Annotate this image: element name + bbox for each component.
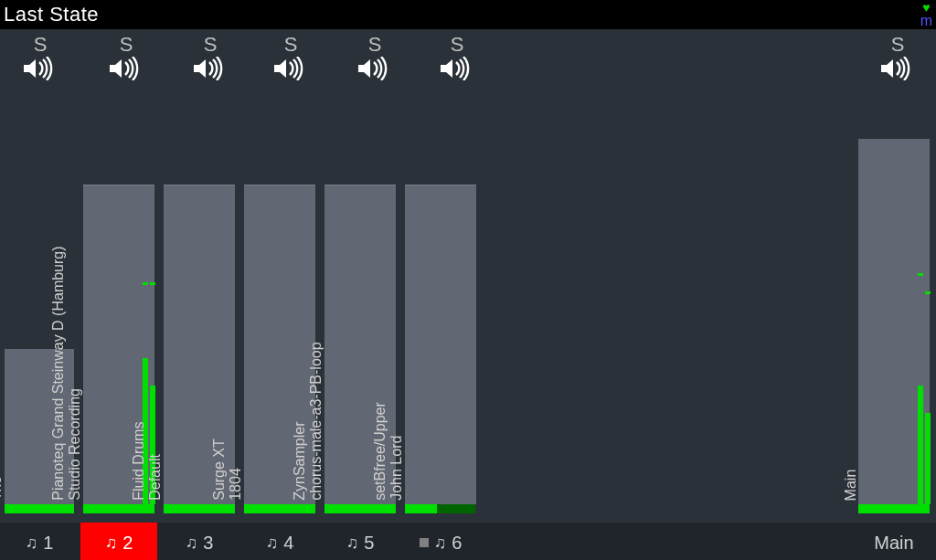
channel-label: setBfree/UpperJohn Lord — [372, 402, 406, 501]
peak-right — [150, 282, 155, 285]
solo-button[interactable]: S — [272, 33, 309, 57]
footer-tab-4[interactable]: ♫4 — [241, 523, 318, 560]
channel-label-line1: ZynSampler — [292, 343, 308, 501]
footer-label: 5 — [364, 533, 374, 554]
solo-row: SSSSSSS — [0, 29, 936, 55]
speaker-icon[interactable] — [272, 57, 303, 84]
footer-tab-6[interactable]: ♫6 — [402, 523, 479, 560]
channel-label-line2: Default — [148, 422, 165, 501]
mixer-area: Raffo SynthTrioPianoteq Grand Steinway D… — [0, 93, 936, 523]
channel-label-line1: Pianoteq Grand Steinway D (Hamburg) — [50, 247, 67, 501]
channel-6[interactable]: setBfree/UpperJohn Lord — [402, 93, 479, 523]
solo-button[interactable]: S — [439, 33, 475, 57]
channel-label-line1: Surge XT — [211, 438, 228, 501]
peak-right — [925, 291, 931, 294]
footer-tab-1[interactable]: ♫1 — [2, 523, 77, 560]
peak-left — [143, 282, 148, 285]
fader-tick — [244, 185, 315, 185]
channel-label: Fluid DrumsDefault — [131, 422, 165, 501]
footer-tab-2[interactable]: ♫2 — [80, 523, 157, 560]
fader-tick — [405, 185, 476, 185]
solo-button[interactable]: S — [22, 33, 58, 57]
channel-label-line1: Main — [843, 469, 859, 501]
peak-left — [918, 273, 923, 276]
channel-label-line2: John Lord — [389, 402, 406, 501]
speaker-icon[interactable] — [192, 57, 223, 84]
footer-tab-main[interactable]: Main — [856, 523, 932, 560]
channel-label-line2: 1804 — [229, 438, 245, 501]
level-base — [5, 504, 74, 513]
page-title: Last State — [4, 3, 99, 26]
level-base — [324, 504, 396, 513]
header-bar: Last State ♥ m — [0, 0, 936, 29]
channel-label: Raffo SynthTrio — [0, 425, 5, 501]
level-base — [164, 504, 235, 513]
meter-right — [925, 413, 931, 504]
level-base — [83, 504, 154, 513]
speaker-icon[interactable] — [879, 57, 910, 84]
note-icon: ♫ — [26, 534, 38, 553]
fader-tick — [83, 185, 154, 185]
footer-label: Main — [874, 533, 913, 554]
fader[interactable] — [405, 185, 476, 504]
fader-tick — [324, 185, 396, 185]
speaker-icon[interactable] — [22, 57, 53, 84]
status-letter: m — [920, 14, 932, 28]
note-icon: ♫ — [105, 534, 118, 553]
solo-button[interactable]: S — [356, 33, 393, 57]
channel-label-line2: Studio Recording — [68, 247, 84, 501]
footer-label: 6 — [452, 533, 462, 554]
heart-icon: ♥ — [922, 1, 930, 14]
footer-tab-3[interactable]: ♫3 — [161, 523, 238, 560]
fader-tick — [164, 185, 235, 185]
channel-label: Pianoteq Grand Steinway D (Hamburg)Studi… — [50, 247, 84, 501]
speaker-row — [0, 55, 936, 88]
note-icon: ♫ — [434, 534, 447, 553]
note-icon: ♫ — [186, 534, 198, 553]
note-icon: ♫ — [346, 534, 359, 553]
channel-label: ZynSamplerchorus-male-a3-PB-loop — [292, 343, 325, 501]
channel-label: Surge XT1804 — [211, 438, 245, 501]
speaker-icon[interactable] — [356, 57, 388, 84]
header-status: ♥ m — [920, 1, 932, 28]
level-base — [405, 504, 437, 513]
solo-button[interactable]: S — [879, 33, 916, 57]
channel-label-line1: setBfree/Upper — [372, 402, 388, 501]
footer-label: 2 — [122, 533, 133, 554]
speaker-icon[interactable] — [439, 57, 470, 84]
channel-label-line2: chorus-male-a3-PB-loop — [309, 343, 325, 501]
solo-button[interactable]: S — [192, 33, 229, 57]
footer-label: 3 — [203, 533, 213, 554]
speaker-icon[interactable] — [108, 57, 139, 84]
footer-label: 4 — [283, 533, 293, 554]
level-base — [858, 504, 930, 513]
level-base — [244, 504, 315, 513]
note-icon: ♫ — [266, 534, 279, 553]
meter-left — [918, 386, 923, 504]
square-icon — [420, 538, 429, 547]
level-base-dim — [437, 504, 475, 513]
solo-button[interactable]: S — [108, 33, 144, 57]
footer-tab-5[interactable]: ♫5 — [322, 523, 399, 560]
channel-label-line2: Trio — [0, 425, 5, 501]
channel-label: Main — [843, 469, 859, 501]
footer-label: 1 — [43, 533, 53, 554]
footer-bar: ♫1♫2♫3♫4♫5♫6Main — [0, 523, 936, 560]
channel-label-line1: Fluid Drums — [131, 422, 147, 501]
channel-main[interactable]: Main — [856, 93, 932, 523]
